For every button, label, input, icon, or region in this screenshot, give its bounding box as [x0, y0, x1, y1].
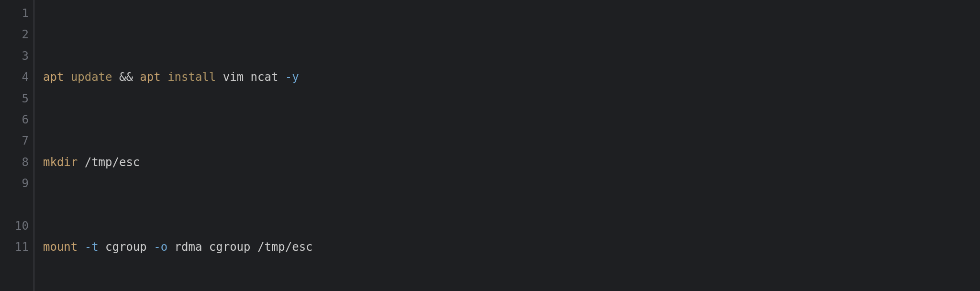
token-space: [161, 70, 167, 84]
token-space: [64, 70, 70, 84]
line-number-gutter: 1 2 3 4 5 6 7 8 9 10 11: [0, 0, 34, 291]
token-arg: vim ncat: [216, 70, 285, 84]
line-number: 4: [0, 67, 29, 88]
code-editor: 1 2 3 4 5 6 7 8 9 10 11 apt update && ap…: [0, 0, 980, 291]
line-number: 1: [0, 3, 29, 24]
token-flag: -o: [154, 240, 167, 254]
token-flag: -t: [85, 240, 99, 254]
token-subcmd: install: [167, 70, 216, 84]
line-number: 9: [0, 173, 29, 194]
code-line[interactable]: mount -t cgroup -o rdma cgroup /tmp/esc: [43, 236, 971, 257]
token-flag: -y: [285, 70, 299, 84]
line-number: 10: [0, 215, 29, 236]
line-number: 3: [0, 45, 29, 67]
token-arg: cgroup: [99, 240, 154, 254]
line-number: 8: [0, 152, 29, 173]
line-number: 11: [0, 236, 29, 257]
token-space: [78, 240, 84, 254]
line-number: 5: [0, 88, 29, 109]
token-command: mount: [43, 240, 78, 254]
code-area[interactable]: apt update && apt install vim ncat -y mk…: [34, 0, 980, 291]
code-line[interactable]: mkdir /tmp/esc: [43, 152, 971, 173]
token-command: apt: [43, 70, 64, 84]
token-arg: rdma cgroup /tmp/esc: [167, 240, 312, 254]
code-line[interactable]: apt update && apt install vim ncat -y: [43, 67, 971, 88]
line-number: 6: [0, 109, 29, 130]
line-number: [0, 194, 29, 215]
token-command: mkdir: [43, 156, 78, 169]
line-number: 7: [0, 130, 29, 151]
token-command: apt: [140, 70, 160, 84]
line-number: 2: [0, 24, 29, 45]
token-op: &&: [112, 70, 140, 84]
token-subcmd: update: [71, 70, 112, 84]
token-path: /tmp/esc: [78, 156, 140, 169]
